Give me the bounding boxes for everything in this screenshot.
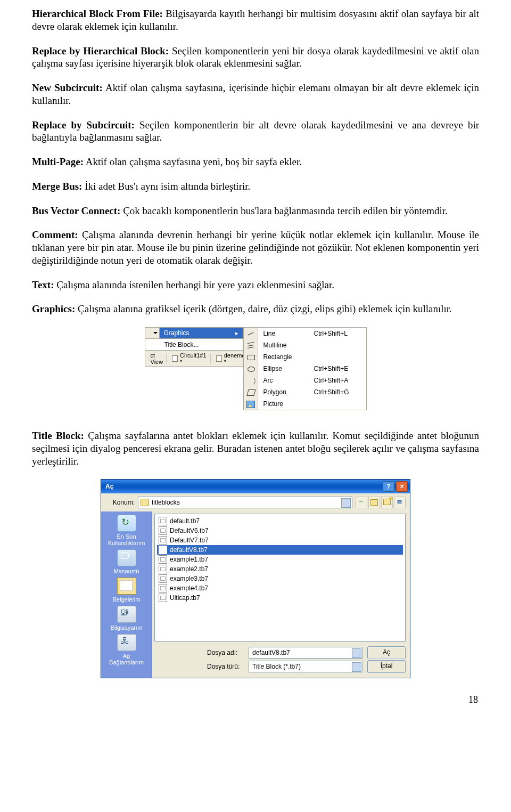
place-recent[interactable]: En Son Kullandıklarım: [105, 515, 148, 546]
para-replace-subcircuit: Replace by Subcircuit: Seçilen komponent…: [32, 119, 479, 144]
para-hier-block-file: Hierarchical Block From File: Bilgisayar…: [32, 7, 479, 33]
folder-icon: [141, 499, 149, 506]
para-new-subcircuit: New Subcircuit: Aktif olan çalışma sayfa…: [32, 82, 479, 107]
file-name: DefaultV7.tb7: [170, 537, 209, 544]
submenu-item-multiline[interactable]: Multiline: [244, 339, 366, 351]
desktop-icon: [117, 549, 136, 566]
file-item[interactable]: defaultV8.tb7: [157, 545, 403, 555]
para-graphics: Graphics: Çalışma alanına grafiksel içer…: [32, 303, 479, 315]
file-icon: [159, 594, 167, 602]
view-menu-button[interactable]: [394, 497, 406, 508]
picture-icon: [246, 401, 255, 408]
para-bus-vector-connect: Bus Vector Connect: Çok bacaklı komponen…: [32, 205, 479, 217]
term: Text:: [32, 279, 54, 290]
body: Çalışma alanında istenilen herhangi bir …: [54, 279, 335, 290]
document-icon: [172, 355, 178, 362]
para-comment: Comment: Çalışma alanında devrenin herha…: [32, 229, 479, 266]
term: Merge Bus:: [32, 181, 82, 192]
close-button[interactable]: ×: [396, 481, 408, 492]
dialog-title: Aç: [105, 483, 113, 490]
para-text: Text: Çalışma alanında istenilen herhang…: [32, 279, 479, 291]
tab-strip: ct View Circuit1#1 * deneme(X1) *: [145, 351, 243, 367]
file-icon: [159, 536, 167, 545]
file-name: DefaultV6.tb7: [170, 527, 209, 534]
file-name: example2.tb7: [170, 565, 208, 573]
file-name: example4.tb7: [170, 584, 208, 592]
look-in-combo[interactable]: titleblocks: [138, 497, 352, 508]
menu-split-icon[interactable]: [145, 327, 160, 339]
place-network[interactable]: Ağ Bağlantılarım: [105, 634, 148, 665]
file-name-field[interactable]: defaultV8.tb7: [249, 647, 363, 659]
submenu-item-rectangle[interactable]: Rectangle: [244, 351, 366, 363]
file-name-label: Dosya adı:: [207, 649, 244, 656]
places-bar: En Son Kullandıklarım Masaüstü Belgeleri…: [101, 511, 152, 678]
menu-item-graphics[interactable]: Graphics: [160, 327, 243, 339]
open-button[interactable]: Aç: [367, 646, 406, 659]
computer-icon: [117, 606, 136, 623]
place-desktop[interactable]: Masaüstü: [105, 549, 148, 574]
place-computer[interactable]: Bilgisayarım: [105, 606, 148, 631]
file-icon: [159, 555, 167, 564]
file-icon: [159, 546, 167, 554]
file-item[interactable]: DefaultV6.tb7: [157, 526, 403, 535]
para-multi-page: Multi-Page: Aktif olan çalışma sayfasına…: [32, 156, 479, 168]
page-number: 18: [32, 694, 479, 705]
file-item[interactable]: Ulticap.tb7: [157, 593, 403, 603]
file-item[interactable]: example4.tb7: [157, 583, 403, 593]
submenu-item-line[interactable]: Line Ctrl+Shift+L: [244, 328, 366, 339]
body: Çalışma alanına grafiksel içerik (dörtge…: [75, 303, 452, 314]
term: Title Block:: [32, 430, 84, 441]
figure-graphics-menu: Graphics Title Block... ct View Circuit1…: [32, 327, 479, 410]
dialog-titlebar[interactable]: Aç ? ×: [101, 480, 410, 493]
term: Bus Vector Connect:: [32, 205, 120, 216]
file-item[interactable]: default.tb7: [157, 516, 403, 526]
submenu-item-ellipse[interactable]: Ellipse Ctrl+Shift+E: [244, 363, 366, 375]
para-title-block: Title Block: Çalışma sayfalarına antet b…: [32, 429, 479, 467]
tab-circuit1[interactable]: Circuit1#1 *: [169, 353, 211, 364]
file-name: default.tb7: [170, 517, 200, 525]
file-icon: [159, 517, 167, 525]
ellipse-icon: [247, 365, 254, 372]
body: İki adet Bus'ı aynı isim altında birleşt…: [82, 181, 250, 192]
term: Replace by Subcircuit:: [32, 119, 135, 131]
file-item[interactable]: DefaultV7.tb7: [157, 535, 403, 545]
body: Çalışma alanında devrenin herhangi bir y…: [32, 229, 479, 266]
line-icon: [247, 330, 254, 337]
file-item[interactable]: example1.tb7: [157, 555, 403, 564]
tab-view[interactable]: ct View: [147, 353, 167, 364]
help-button[interactable]: ?: [383, 481, 394, 492]
arc-icon: [247, 377, 254, 384]
recent-icon: [117, 515, 136, 532]
file-item[interactable]: example2.tb7: [157, 564, 403, 574]
look-in-label: Konum:: [105, 499, 135, 506]
file-icon: [159, 584, 167, 592]
look-in-value: titleblocks: [152, 499, 180, 506]
file-type-combo[interactable]: Title Block (*.tb7): [249, 661, 363, 672]
term: Multi-Page:: [32, 156, 84, 167]
network-icon: [117, 634, 136, 651]
figure-open-dialog: Aç ? × Konum: titleblocks: [32, 479, 479, 678]
up-one-level-button[interactable]: [368, 497, 380, 508]
place-documents[interactable]: Belgelerim: [105, 578, 148, 603]
file-list[interactable]: default.tb7DefaultV6.tb7DefaultV7.tb7def…: [154, 514, 406, 642]
open-dialog: Aç ? × Konum: titleblocks: [101, 479, 410, 678]
submenu-item-arc[interactable]: Arc Ctrl+Shift+A: [244, 375, 366, 386]
file-item[interactable]: example3.tb7: [157, 574, 403, 583]
cancel-button[interactable]: İptal: [367, 660, 406, 673]
term: Replace by Hierarchical Block:: [32, 45, 169, 56]
graphics-submenu: Line Ctrl+Shift+L Multiline Rectangle El…: [243, 327, 367, 410]
para-replace-hier: Replace by Hierarchical Block: Seçilen k…: [32, 45, 479, 70]
document-icon: [216, 355, 222, 362]
file-name: example1.tb7: [170, 556, 208, 563]
menu-item-title-block[interactable]: Title Block...: [145, 339, 243, 351]
multiline-icon: [247, 342, 254, 349]
term: Comment:: [32, 229, 78, 240]
back-button[interactable]: [356, 497, 367, 508]
file-name: example3.tb7: [170, 575, 208, 582]
new-folder-button[interactable]: [381, 497, 393, 508]
rectangle-icon: [247, 353, 254, 361]
submenu-item-picture[interactable]: Picture: [244, 398, 366, 410]
file-name: defaultV8.tb7: [170, 546, 208, 554]
body: Aktif olan çalışma sayfasına yeni, boş b…: [84, 156, 302, 167]
submenu-item-polygon[interactable]: Polygon Ctrl+Shift+G: [244, 386, 366, 398]
